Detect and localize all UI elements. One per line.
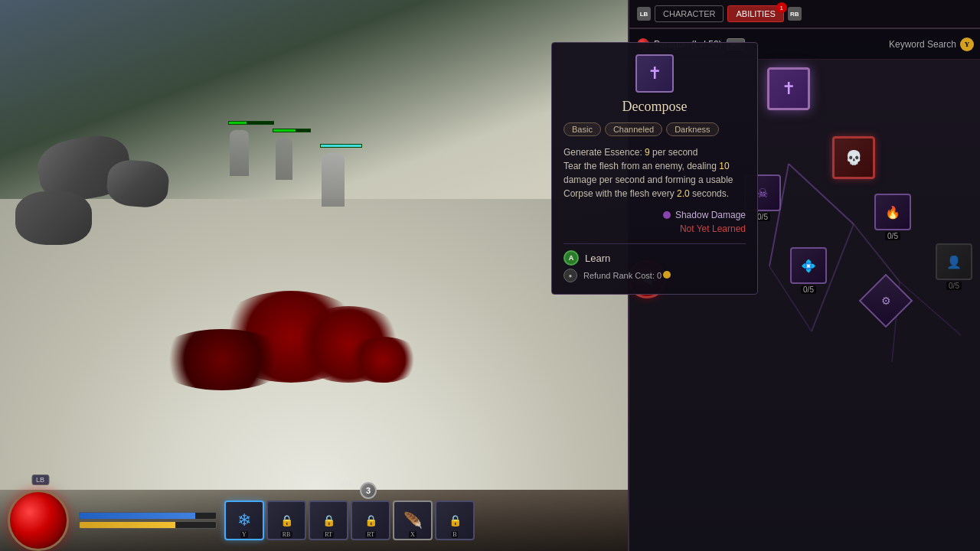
- skill-icon-5: 🪶: [403, 511, 423, 530]
- key-hint-3: RT: [323, 531, 334, 538]
- page-indicator: 3: [360, 482, 377, 499]
- rock: [15, 191, 92, 245]
- key-hint-1: Y: [240, 531, 248, 538]
- skill-slot-2[interactable]: 🔒 RB: [266, 500, 306, 540]
- hp-max: 4: [348, 479, 352, 488]
- resource-bars: [79, 512, 217, 529]
- character-tab[interactable]: CHARACTER: [655, 5, 724, 22]
- top-nav: LB CHARACTER ABILITIES 1 RB: [629, 0, 980, 29]
- node-icon-1: 💀: [832, 136, 875, 179]
- enemy-silhouette: [230, 130, 249, 176]
- mana-fill: [80, 513, 195, 519]
- enemy-health-bar-bg: [228, 121, 274, 125]
- blood-splatter: [345, 337, 421, 383]
- tag-darkness: Darkness: [666, 122, 718, 136]
- damage-value: 10: [719, 161, 729, 171]
- tag-basic: Basic: [564, 122, 601, 136]
- player-health-fill: [321, 145, 361, 147]
- enemy-health-fill: [229, 122, 247, 124]
- character-silhouette: [322, 153, 345, 207]
- node-3[interactable]: 🔥 0/5: [874, 194, 911, 240]
- enemy-silhouette: [276, 138, 292, 180]
- node-icon-3: 🔥: [874, 194, 911, 230]
- lock-icon-4: 🔒: [364, 514, 377, 527]
- node-5[interactable]: ⚙: [867, 282, 905, 320]
- gold-icon-refund: [663, 271, 671, 279]
- enemy-health-fill: [273, 129, 296, 132]
- skill-icon-glyph: ✝: [648, 64, 662, 83]
- node-icon-6: 👤: [936, 243, 972, 280]
- abilities-tab[interactable]: ABILITIES 1: [727, 5, 783, 22]
- key-hint-5: X: [409, 531, 416, 538]
- mana-bar: [79, 512, 217, 520]
- node-4[interactable]: 💠 0/5: [790, 247, 827, 294]
- node-count-4: 0/5: [801, 285, 816, 294]
- hud-bar: LB 4/4 ❄ Y 🔒 RB: [0, 490, 628, 551]
- character-tab-label: CHARACTER: [663, 9, 715, 18]
- node-count-3: 0/5: [885, 232, 900, 240]
- rb-button[interactable]: RB: [788, 7, 802, 21]
- cooldown-value: 2.0: [677, 188, 690, 199]
- tooltip-tags: Basic Channeled Darkness: [564, 122, 746, 136]
- tooltip-description: Generate Essence: 9 per second Tear the …: [564, 145, 746, 201]
- game-viewport: LB 4/4 ❄ Y 🔒 RB: [0, 0, 628, 551]
- keyword-search-text: Keyword Search: [889, 39, 956, 50]
- tooltip-title: Decompose: [564, 99, 746, 115]
- skill-points-indicator: 1: [776, 2, 787, 13]
- health-orb-container: LB: [8, 490, 73, 551]
- lock-icon-6: 🔒: [449, 514, 462, 527]
- tooltip-divider: [564, 243, 746, 244]
- skill-slot-6[interactable]: 🔒 B: [435, 500, 475, 540]
- player-health-bar-bg: [320, 144, 362, 148]
- node-6[interactable]: 👤 0/5: [936, 243, 972, 290]
- shadow-damage-dot: [663, 211, 671, 219]
- stamina-bar: [79, 521, 217, 529]
- keyword-search[interactable]: Keyword Search Y: [889, 37, 974, 51]
- abilities-tab-label: ABILITIES: [736, 9, 775, 18]
- refund-row: ● Refund Rank Cost: 0: [564, 269, 746, 282]
- key-hint-6: B: [451, 531, 458, 538]
- btn-a-learn[interactable]: A: [564, 250, 579, 266]
- lb-indicator: LB: [31, 474, 49, 485]
- btn-refund-circle: ●: [564, 269, 577, 282]
- node-1[interactable]: 💀: [832, 136, 875, 179]
- hp-counter: 4/4: [341, 479, 352, 488]
- node-decompose[interactable]: ✝: [767, 67, 810, 110]
- node-icon-4: 💠: [790, 247, 827, 284]
- tooltip-panel: ✝ Decompose Basic Channeled Darkness Gen…: [551, 42, 758, 295]
- skill-icon-large: ✝: [635, 54, 674, 93]
- blood-splatter: [153, 329, 291, 390]
- tag-channeled: Channeled: [605, 122, 662, 136]
- page-number: 3: [366, 486, 371, 495]
- refund-label: Refund Rank Cost: 0: [583, 271, 662, 280]
- tooltip-damage-type: Shadow Damage: [564, 210, 746, 220]
- skill-bar: ❄ Y 🔒 RB 🔒 RT 🔒 RT 🪶 X: [224, 500, 620, 540]
- hp-current: 4: [341, 479, 345, 488]
- node-icon-5: ⚙: [859, 274, 913, 328]
- not-learned-text: Not Yet Learned: [564, 223, 746, 234]
- health-orb: [8, 490, 69, 551]
- damage-type-text: Shadow Damage: [675, 210, 746, 220]
- node-icon-decompose: ✝: [767, 67, 810, 110]
- search-circle-btn[interactable]: Y: [960, 37, 974, 51]
- learn-label: Learn: [585, 253, 610, 264]
- key-hint-2: RB: [281, 531, 292, 538]
- skill-icon-1: ❄: [237, 510, 251, 530]
- skill-slot-1[interactable]: ❄ Y: [224, 500, 264, 540]
- tooltip-icon-header: ✝: [564, 54, 746, 93]
- lock-icon-3: 🔒: [322, 514, 335, 527]
- skill-slot-4[interactable]: 🔒 RT: [351, 500, 390, 540]
- essence-value: 9: [645, 147, 650, 158]
- enemy-health-bar-bg: [273, 129, 311, 132]
- node-count-6: 0/5: [946, 282, 962, 290]
- skill-slot-3[interactable]: 🔒 RT: [309, 500, 348, 540]
- stamina-fill: [80, 522, 175, 528]
- lock-icon-2: 🔒: [280, 514, 293, 527]
- skill-slot-5[interactable]: 🪶 X: [393, 500, 433, 540]
- refund-text: Refund Rank Cost: 0: [583, 271, 671, 280]
- lb-button[interactable]: LB: [637, 7, 651, 21]
- key-hint-4: RT: [365, 531, 376, 538]
- learn-row: A Learn: [564, 250, 746, 266]
